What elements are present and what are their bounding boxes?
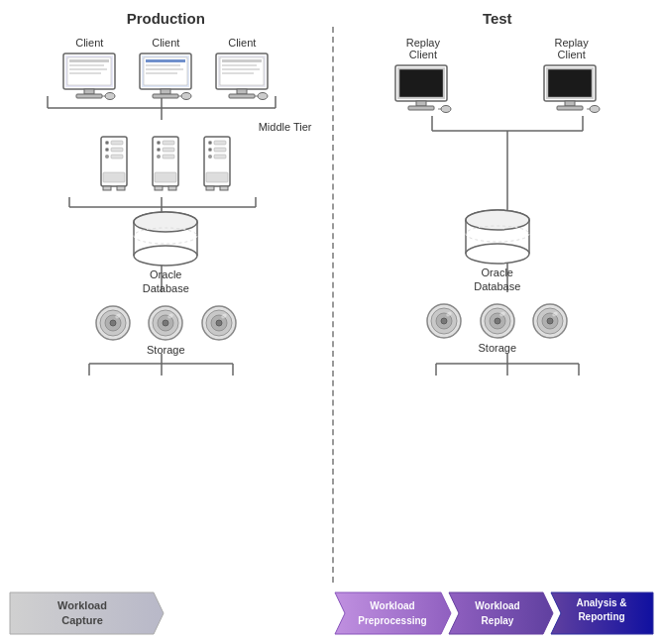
production-storage-label: Storage [147,344,185,356]
svg-rect-65 [111,141,123,145]
replay-client-2: ReplayClient [539,37,604,114]
svg-marker-155 [449,592,553,634]
production-header: Production [0,10,332,27]
svg-rect-52 [222,64,257,66]
production-database-section: OracleDatabase [10,208,322,296]
svg-rect-42 [146,68,183,70]
svg-rect-33 [84,89,94,94]
svg-rect-94 [220,186,228,190]
replay-client-label-2: ReplayClient [555,37,589,60]
svg-point-87 [209,149,211,151]
svg-rect-55 [237,89,247,94]
svg-rect-43 [146,72,177,74]
test-discs-row: Storage [425,302,569,354]
svg-rect-91 [214,155,226,159]
test-header: Test [332,10,664,27]
computer-icon-2 [135,51,196,102]
svg-point-64 [105,155,109,159]
svg-rect-44 [161,89,170,94]
test-clients-row: ReplayClient ReplayClient [342,37,654,114]
svg-rect-56 [229,94,255,98]
replay-client-label-1: ReplayClient [406,37,440,60]
test-storage-section: Storage [342,302,654,354]
svg-rect-40 [146,59,185,62]
server-1 [93,135,135,196]
svg-point-151 [547,318,553,324]
svg-rect-78 [163,148,174,152]
svg-point-99 [134,246,197,266]
svg-rect-79 [163,155,174,159]
production-storage-section: Storage [10,304,322,356]
svg-rect-54 [222,72,254,74]
svg-rect-29 [69,59,109,62]
test-db-label: OracleDatabase [474,266,520,294]
svg-rect-128 [557,106,583,110]
production-discs-row: Storage [94,304,238,356]
svg-point-105 [110,320,116,326]
disc-icon-3 [200,304,238,342]
production-clients-row: Client [10,37,322,102]
server-icon-2 [145,135,186,196]
svg-point-76 [157,155,161,159]
replay-computer-icon-2 [539,62,604,114]
production-disc-1 [94,304,132,356]
test-db-icon [458,206,537,266]
svg-rect-90 [214,148,226,152]
svg-text:Workload: Workload [57,599,107,611]
svg-rect-32 [69,72,101,74]
svg-text:Replay: Replay [482,615,514,626]
server-icon-3 [196,135,238,196]
test-storage-label: Storage [478,342,516,354]
production-client-3: Client [211,37,273,102]
svg-rect-41 [146,64,180,66]
diagram-container: Production Test [0,0,663,644]
svg-point-63 [106,149,108,151]
middle-tier-label: Middle Tier [259,121,312,133]
test-disc-1 [425,302,463,354]
computer-icon-1 [58,51,120,102]
svg-text:Preprocessing: Preprocessing [358,615,426,626]
middle-tier-section: Middle Tier [10,121,322,196]
production-client-2: Client [135,37,196,102]
test-disc-3 [531,302,569,354]
production-db-label: OracleDatabase [143,268,189,296]
svg-rect-77 [163,141,174,145]
svg-point-73 [158,142,160,144]
production-db-icon [126,208,205,268]
svg-rect-92 [206,172,228,182]
test-disc-2: Storage [478,302,516,354]
svg-point-115 [216,320,222,326]
client-label-1: Client [75,37,103,49]
disc-icon-1 [94,304,132,342]
test-disc-icon-2 [479,302,516,340]
svg-rect-67 [111,155,123,159]
production-side: Client [0,27,332,583]
computer-icon-3 [211,51,273,102]
svg-rect-81 [155,186,163,190]
servers-row [10,135,322,196]
svg-rect-80 [155,172,176,182]
svg-point-57 [258,93,268,100]
svg-point-110 [163,320,168,326]
svg-point-35 [105,93,115,100]
server-icon-1 [93,135,135,196]
svg-rect-120 [416,101,426,106]
test-disc-icon-1 [425,302,463,340]
svg-point-122 [441,106,451,113]
svg-point-146 [495,318,500,324]
svg-point-46 [181,93,191,100]
production-client-1: Client [58,37,120,102]
svg-rect-126 [548,69,592,97]
production-disc-2: Storage [147,304,185,356]
svg-rect-82 [168,186,176,190]
server-2 [145,135,186,196]
svg-text:Workload: Workload [370,600,414,611]
svg-point-136 [466,210,529,230]
svg-rect-53 [222,68,260,70]
svg-point-135 [466,244,529,264]
svg-point-85 [209,142,211,144]
svg-rect-30 [69,64,104,66]
replay-client-1: ReplayClient [390,37,455,114]
production-disc-3 [200,304,238,356]
server-3 [196,135,238,196]
